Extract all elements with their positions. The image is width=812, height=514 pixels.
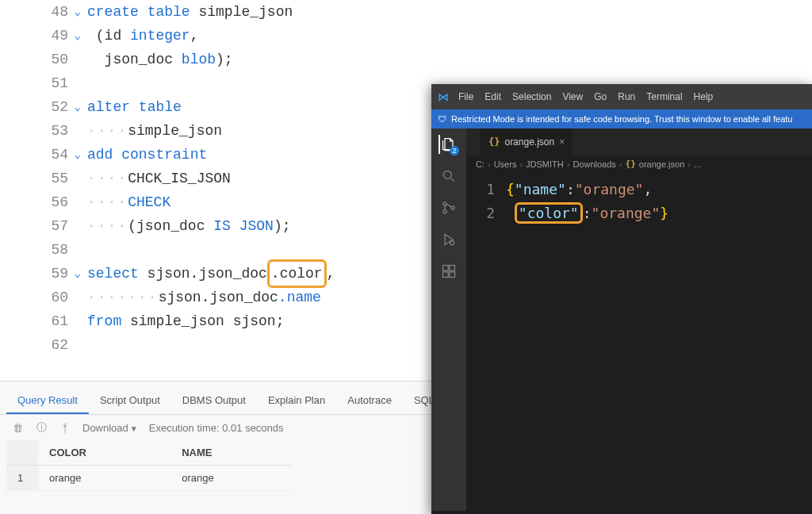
svg-rect-9 [450,272,455,278]
svg-point-2 [443,202,446,205]
search-icon[interactable] [439,167,458,186]
explorer-icon[interactable]: 2 [439,135,458,154]
extensions-icon[interactable] [439,262,458,281]
line-number: 2 [466,205,506,221]
json-file-icon: {} [488,136,500,148]
menu-terminal[interactable]: Terminal [646,91,682,102]
tab-query-result[interactable]: Query Result [6,388,89,414]
code-editor[interactable]: 1 {"name":"orange", 2 "color":"orange"} [466,172,812,229]
svg-rect-7 [443,266,449,271]
svg-point-4 [451,206,454,209]
breadcrumb-segment[interactable]: Users [494,159,517,169]
table-row[interactable]: 1orangeorange [6,466,292,491]
json-value: "orange" [592,205,661,221]
line-number: 1 [466,181,506,198]
editor-tabs: {} orange.json × [466,128,812,155]
restricted-mode-banner[interactable]: 🛡 Restricted Mode is intended for safe c… [431,109,812,128]
tab-script-output[interactable]: Script Output [89,388,171,414]
breadcrumb-segment[interactable]: Downloads [573,159,615,169]
svg-rect-10 [450,266,455,271]
activity-bar: 2 [431,128,466,511]
vscode-titlebar[interactable]: ⋈ FileEditSelectionViewGoRunTerminalHelp [431,84,812,109]
execution-time: Execution time: 0.01 seconds [149,422,284,434]
svg-point-0 [443,171,451,178]
breadcrumb-segment[interactable]: JDSMITH [526,159,564,169]
svg-point-3 [443,210,446,213]
source-control-icon[interactable] [439,198,458,217]
json-key-name: "name" [515,181,566,198]
menu-file[interactable]: File [458,91,473,102]
breadcrumb[interactable]: C: › Users › JDSMITH › Downloads ›{} ora… [466,155,812,172]
close-icon[interactable]: × [559,136,565,148]
svg-point-6 [450,241,454,245]
download-dropdown[interactable]: Download▼ [82,422,138,434]
column-header[interactable]: NAME [170,440,292,466]
tab-explain-plan[interactable]: Explain Plan [257,388,336,414]
json-key-color: "color" [519,205,579,221]
run-debug-icon[interactable] [439,230,458,249]
info-icon[interactable]: ⓘ [35,421,48,434]
editor-area: {} orange.json × C: › Users › JDSMITH › … [466,128,812,511]
tab-label: orange.json [504,136,554,148]
vscode-logo-icon: ⋈ [438,90,449,103]
result-grid[interactable]: COLORNAME 1orangeorange [6,440,292,491]
menu-help[interactable]: Help [694,91,714,102]
breadcrumb-segment[interactable]: orange.json [639,159,685,169]
vscode-menu-bar: FileEditSelectionViewGoRunTerminalHelp [458,91,713,102]
menu-run[interactable]: Run [618,91,635,102]
tab-orange-json[interactable]: {} orange.json × [481,128,573,155]
svg-marker-5 [445,234,453,244]
column-header[interactable]: COLOR [38,440,170,466]
svg-line-1 [450,178,454,182]
svg-rect-8 [443,272,449,278]
trash-icon[interactable]: 🗑 [11,421,24,434]
menu-selection[interactable]: Selection [512,91,551,102]
menu-edit[interactable]: Edit [485,91,501,102]
vscode-window: ⋈ FileEditSelectionViewGoRunTerminalHelp… [431,84,812,514]
explorer-badge: 2 [450,146,459,155]
shield-icon: 🛡 [438,114,446,124]
json-value: "orange" [575,181,644,198]
restricted-mode-text: Restricted Mode is intended for safe cod… [451,114,792,124]
menu-go[interactable]: Go [594,91,607,102]
export-icon[interactable]: ⭱ [59,421,71,434]
breadcrumb-segment[interactable]: C: [476,159,485,169]
breadcrumb-segment[interactable]: ... [694,159,701,169]
tab-autotrace[interactable]: Autotrace [336,388,403,414]
tab-dbms-output[interactable]: DBMS Output [171,388,257,414]
menu-view[interactable]: View [562,91,583,102]
